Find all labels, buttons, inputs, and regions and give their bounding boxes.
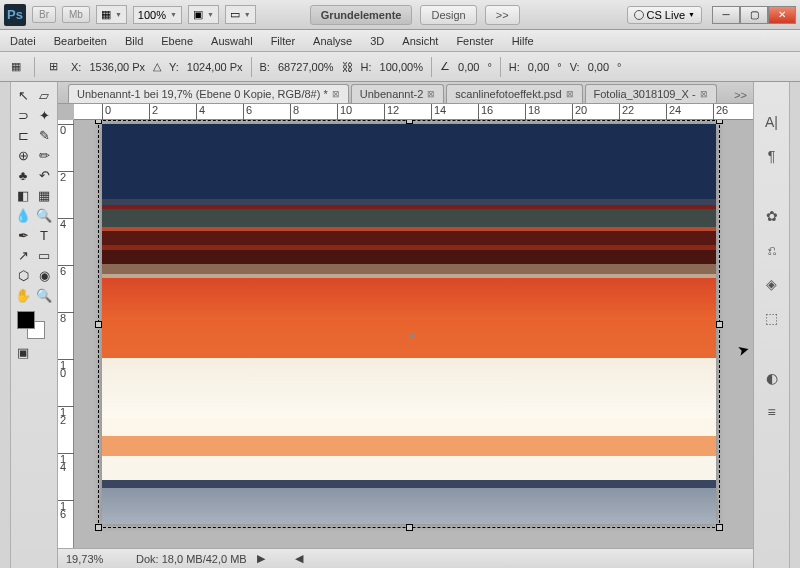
- menu-3d[interactable]: 3D: [370, 35, 384, 47]
- eraser-tool[interactable]: ◧: [13, 186, 33, 205]
- right-dock-edge[interactable]: [789, 82, 800, 568]
- titlebar: Ps Br Mb ▦ 100% ▣ ▭ Grundelemente Design…: [0, 0, 800, 30]
- menu-filter[interactable]: Filter: [271, 35, 295, 47]
- blur-tool[interactable]: 💧: [13, 206, 33, 225]
- color-swatches[interactable]: [13, 311, 55, 339]
- h-value[interactable]: 100,00%: [380, 61, 423, 73]
- maximize-button[interactable]: ▢: [740, 6, 768, 24]
- tab-2[interactable]: scanlinefotoeffekt.psd⊠: [446, 84, 582, 103]
- workspace-grundelemente[interactable]: Grundelemente: [310, 5, 413, 25]
- tabs-overflow[interactable]: >>: [728, 87, 753, 103]
- minimize-button[interactable]: ─: [712, 6, 740, 24]
- menu-bild[interactable]: Bild: [125, 35, 143, 47]
- y-value[interactable]: 1024,00 Px: [187, 61, 243, 73]
- canvas[interactable]: ✦ ➤: [74, 120, 753, 548]
- layers-panel-icon[interactable]: ≡: [761, 402, 783, 422]
- menu-ansicht[interactable]: Ansicht: [402, 35, 438, 47]
- cslive-button[interactable]: CS Live▼: [627, 6, 702, 24]
- 3d-tool[interactable]: ⬡: [13, 266, 33, 285]
- tab-0[interactable]: Unbenannt-1 bei 19,7% (Ebene 0 Kopie, RG…: [68, 84, 349, 103]
- arrange-dropdown[interactable]: ▣: [188, 5, 219, 24]
- close-icon[interactable]: ⊠: [700, 89, 708, 99]
- brush-tool[interactable]: ✏: [34, 146, 54, 165]
- camera-tool[interactable]: ◉: [34, 266, 54, 285]
- crop-tool[interactable]: ⊏: [13, 126, 33, 145]
- shape-tool[interactable]: ▭: [34, 246, 54, 265]
- v-value[interactable]: 0,00: [588, 61, 609, 73]
- handle-mr[interactable]: [716, 321, 723, 328]
- path-tool[interactable]: ↗: [13, 246, 33, 265]
- hand-tool[interactable]: ✋: [13, 286, 33, 305]
- close-icon[interactable]: ⊠: [427, 89, 435, 99]
- close-icon[interactable]: ⊠: [332, 89, 340, 99]
- x-value[interactable]: 1536,00 Px: [89, 61, 145, 73]
- workspace-design[interactable]: Design: [420, 5, 476, 25]
- menu-auswahl[interactable]: Auswahl: [211, 35, 253, 47]
- menu-analyse[interactable]: Analyse: [313, 35, 352, 47]
- pen-tool[interactable]: ✒: [13, 226, 33, 245]
- dodge-tool[interactable]: 🔍: [34, 206, 54, 225]
- handle-tl[interactable]: [95, 120, 102, 124]
- main-area: ↖▱ ⊃✦ ⊏✎ ⊕✏ ♣↶ ◧▦ 💧🔍 ✒T ↗▭ ⬡◉ ✋🔍 ▣ Unben…: [0, 82, 800, 568]
- menu-datei[interactable]: Datei: [10, 35, 36, 47]
- handle-bc[interactable]: [406, 524, 413, 531]
- status-zoom[interactable]: 19,73%: [66, 553, 126, 565]
- ruler-horizontal[interactable]: 02468101214161820222426: [74, 104, 753, 120]
- wand-tool[interactable]: ✦: [34, 106, 54, 125]
- menu-hilfe[interactable]: Hilfe: [512, 35, 534, 47]
- menu-ebene[interactable]: Ebene: [161, 35, 193, 47]
- marquee-tool[interactable]: ▱: [34, 86, 54, 105]
- type-tool[interactable]: T: [34, 226, 54, 245]
- handle-tr[interactable]: [716, 120, 723, 124]
- view-extras-dropdown[interactable]: ▦: [96, 5, 127, 24]
- zoom-tool[interactable]: 🔍: [34, 286, 54, 305]
- workspace: 024681 01 21 41 6: [58, 120, 753, 548]
- menu-bearbeiten[interactable]: Bearbeiten: [54, 35, 107, 47]
- delta-icon[interactable]: △: [153, 60, 161, 73]
- paragraph-panel-icon[interactable]: ¶: [761, 146, 783, 166]
- angle-icon: ∠: [440, 60, 450, 73]
- angle-value[interactable]: 0,00: [458, 61, 479, 73]
- b-value[interactable]: 68727,00%: [278, 61, 334, 73]
- x-label: X:: [71, 61, 81, 73]
- link-icon[interactable]: ⛓: [342, 61, 353, 73]
- lasso-tool[interactable]: ⊃: [13, 106, 33, 125]
- refpoint-icon[interactable]: ⊞: [43, 57, 63, 77]
- zoom-dropdown[interactable]: 100%: [133, 6, 182, 24]
- hh-value[interactable]: 0,00: [528, 61, 549, 73]
- statusbar: 19,73% Dok: 18,0 MB/42,0 MB ▶ ◀: [58, 548, 753, 568]
- transform-icon[interactable]: ▦: [6, 57, 26, 77]
- move-tool[interactable]: ↖: [13, 86, 33, 105]
- tab-3[interactable]: Fotolia_3018109_X -⊠: [585, 84, 717, 103]
- character-panel-icon[interactable]: A|: [761, 112, 783, 132]
- history-tool[interactable]: ↶: [34, 166, 54, 185]
- eyedropper-tool[interactable]: ✎: [34, 126, 54, 145]
- status-dok[interactable]: Dok: 18,0 MB/42,0 MB: [136, 553, 247, 565]
- tab-1[interactable]: Unbenannt-2⊠: [351, 84, 445, 103]
- workspace-more[interactable]: >>: [485, 5, 520, 25]
- quickmask-tool[interactable]: ▣: [13, 343, 33, 362]
- close-icon[interactable]: ⊠: [566, 89, 574, 99]
- deg-3: °: [617, 61, 621, 73]
- styles-panel-icon[interactable]: ◈: [761, 274, 783, 294]
- menu-fenster[interactable]: Fenster: [456, 35, 493, 47]
- close-button[interactable]: ✕: [768, 6, 796, 24]
- minibridge-button[interactable]: Mb: [62, 6, 90, 23]
- status-arrow-icon[interactable]: ▶: [257, 552, 265, 565]
- nav-panel-icon[interactable]: ⬚: [761, 308, 783, 328]
- clone-panel-icon[interactable]: ⎌: [761, 240, 783, 260]
- brush-panel-icon[interactable]: ✿: [761, 206, 783, 226]
- heal-tool[interactable]: ⊕: [13, 146, 33, 165]
- handle-br[interactable]: [716, 524, 723, 531]
- bridge-button[interactable]: Br: [32, 6, 56, 23]
- handle-bl[interactable]: [95, 524, 102, 531]
- stamp-tool[interactable]: ♣: [13, 166, 33, 185]
- left-dock[interactable]: [0, 82, 11, 568]
- fg-color[interactable]: [17, 311, 35, 329]
- handle-ml[interactable]: [95, 321, 102, 328]
- scroll-left-icon[interactable]: ◀: [295, 552, 303, 565]
- adjust-panel-icon[interactable]: ◐: [761, 368, 783, 388]
- screenmode-dropdown[interactable]: ▭: [225, 5, 256, 24]
- ruler-vertical[interactable]: 024681 01 21 41 6: [58, 120, 74, 548]
- gradient-tool[interactable]: ▦: [34, 186, 54, 205]
